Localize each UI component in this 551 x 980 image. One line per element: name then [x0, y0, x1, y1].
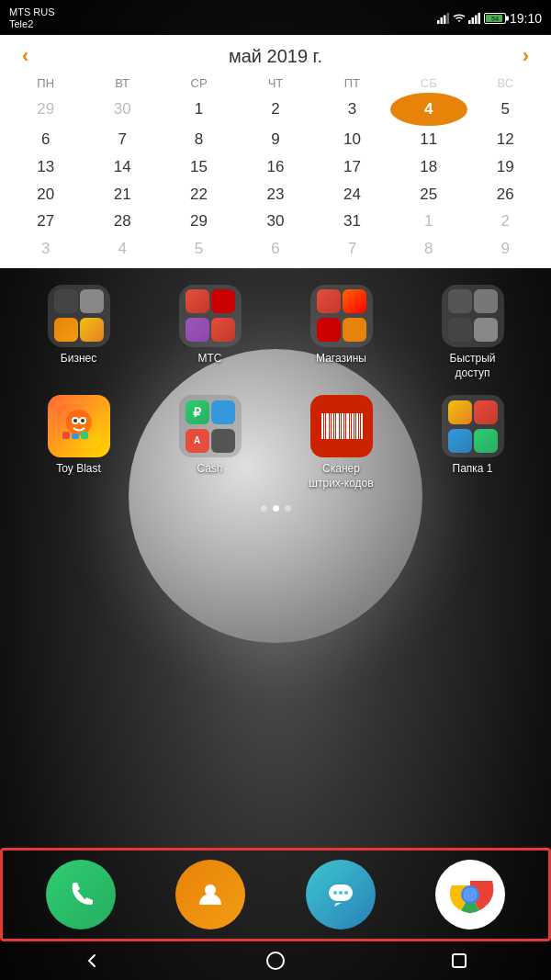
cal-day-6[interactable]: 6	[7, 126, 84, 153]
cal-day-26[interactable]: 26	[467, 181, 544, 208]
svg-rect-1	[440, 17, 443, 24]
cal-day-14[interactable]: 14	[84, 153, 160, 181]
cash-icon[interactable]: ₽ А	[179, 395, 242, 457]
day-header-fri: ПТ	[314, 73, 390, 93]
cal-day-4-today[interactable]: 4	[390, 93, 467, 126]
svg-rect-33	[356, 413, 358, 439]
svg-rect-29	[346, 413, 349, 439]
cal-day-15[interactable]: 15	[161, 153, 237, 181]
svg-rect-27	[342, 413, 343, 439]
cal-day-6-next[interactable]: 6	[237, 235, 313, 263]
cal-day-2-next[interactable]: 2	[467, 208, 544, 235]
svg-rect-32	[354, 413, 355, 439]
svg-point-46	[267, 952, 284, 969]
cal-day-16[interactable]: 16	[237, 153, 313, 181]
battery-icon: 54	[484, 13, 506, 24]
cal-day-23[interactable]: 23	[237, 181, 313, 208]
svg-rect-47	[453, 954, 466, 967]
folder-quick-label: Быстрый доступ	[436, 352, 510, 380]
home-screen: Бизнес МТС Магазины	[0, 268, 551, 512]
cal-day-18[interactable]: 18	[390, 153, 467, 181]
cal-day-11[interactable]: 11	[390, 126, 467, 153]
svg-rect-25	[336, 413, 339, 439]
cal-day-2[interactable]: 2	[237, 96, 313, 123]
signal2-icon	[468, 13, 481, 24]
cal-day-8[interactable]: 8	[161, 126, 237, 153]
cal-day-9-next[interactable]: 9	[467, 235, 544, 263]
cal-day-20[interactable]: 20	[7, 181, 84, 208]
cal-day-9[interactable]: 9	[237, 126, 313, 153]
dock-contacts-icon[interactable]	[175, 860, 245, 929]
svg-rect-3	[446, 13, 449, 24]
cal-day-22[interactable]: 22	[161, 181, 237, 208]
svg-rect-22	[330, 413, 331, 439]
cal-day-27[interactable]: 27	[7, 208, 84, 235]
nav-home-button[interactable]	[253, 947, 298, 974]
svg-point-45	[464, 888, 477, 901]
svg-point-12	[73, 419, 77, 422]
cal-day-24[interactable]: 24	[314, 181, 390, 208]
calendar-widget: ‹ май 2019 г. › ПН ВТ СР ЧТ ПТ СБ ВС 29 …	[0, 35, 551, 268]
svg-rect-30	[350, 413, 351, 439]
folder-mts-icon[interactable]	[179, 285, 242, 347]
app-item-folder1: Папка 1	[432, 395, 514, 477]
svg-rect-28	[344, 413, 345, 439]
calendar-next-button[interactable]: ›	[517, 44, 534, 68]
calendar-prev-button[interactable]: ‹	[17, 44, 34, 68]
svg-rect-0	[437, 20, 440, 24]
cal-day-17[interactable]: 17	[314, 153, 390, 181]
page-indicator	[0, 505, 551, 512]
cal-day-1-next[interactable]: 1	[390, 208, 467, 235]
cal-day-12[interactable]: 12	[467, 126, 544, 153]
day-header-sat: СБ	[390, 73, 467, 93]
cal-day-7[interactable]: 7	[84, 126, 160, 153]
svg-rect-24	[334, 413, 335, 439]
cal-day-21[interactable]: 21	[84, 181, 160, 208]
day-header-tue: ВТ	[84, 73, 160, 93]
folder-quick-icon[interactable]	[442, 285, 504, 347]
cal-day-13[interactable]: 13	[7, 153, 84, 181]
nav-recent-button[interactable]	[436, 947, 482, 974]
status-right: 54 19:10	[437, 11, 542, 26]
day-header-wed: СР	[161, 73, 237, 93]
toy-blast-icon[interactable]	[48, 395, 110, 457]
svg-point-13	[81, 419, 84, 422]
dock-chrome-icon[interactable]	[435, 860, 505, 929]
cal-day-29-prev[interactable]: 29	[7, 96, 84, 123]
cal-day-29[interactable]: 29	[161, 208, 237, 235]
svg-rect-15	[72, 434, 79, 439]
cal-day-25[interactable]: 25	[390, 181, 467, 208]
cal-day-8-next[interactable]: 8	[390, 235, 467, 263]
folder1-icon[interactable]	[442, 395, 504, 457]
folder-biznes-icon[interactable]	[48, 285, 110, 347]
cal-day-7-next[interactable]: 7	[314, 235, 390, 263]
scanner-icon[interactable]	[310, 395, 373, 457]
day-header-mon: ПН	[7, 73, 84, 93]
carrier-info: MTS RUS Tele2	[9, 6, 55, 30]
signal-icon	[437, 13, 450, 24]
svg-point-9	[66, 410, 92, 435]
folder-magaziny-icon[interactable]	[310, 285, 373, 347]
nav-back-button[interactable]	[69, 947, 115, 974]
app-item-quick: Быстрый доступ	[432, 285, 514, 380]
cal-day-28[interactable]: 28	[84, 208, 160, 235]
cal-day-5-next[interactable]: 5	[161, 235, 237, 263]
cal-day-30[interactable]: 30	[237, 208, 313, 235]
calendar-week-3: 13 14 15 16 17 18 19	[7, 153, 544, 181]
cal-day-30-prev[interactable]: 30	[84, 96, 160, 123]
cal-day-1[interactable]: 1	[161, 96, 237, 123]
cal-day-4-next[interactable]: 4	[84, 235, 160, 263]
app-item-magaziny: Магазины	[300, 285, 383, 366]
dock-messages-icon[interactable]	[306, 860, 376, 929]
svg-rect-35	[361, 413, 363, 439]
dock-phone-icon[interactable]	[46, 860, 116, 929]
cal-day-19[interactable]: 19	[467, 153, 544, 181]
cal-day-5[interactable]: 5	[467, 96, 544, 123]
cal-day-31[interactable]: 31	[314, 208, 390, 235]
svg-rect-14	[62, 432, 70, 439]
calendar-grid: ПН ВТ СР ЧТ ПТ СБ ВС 29 30 1 2 3 4 5 6 7…	[0, 73, 551, 263]
cal-day-10[interactable]: 10	[314, 126, 390, 153]
cal-day-3-next[interactable]: 3	[7, 235, 84, 263]
cal-day-3[interactable]: 3	[314, 96, 390, 123]
app-item-cash: ₽ А Cash	[169, 395, 252, 477]
